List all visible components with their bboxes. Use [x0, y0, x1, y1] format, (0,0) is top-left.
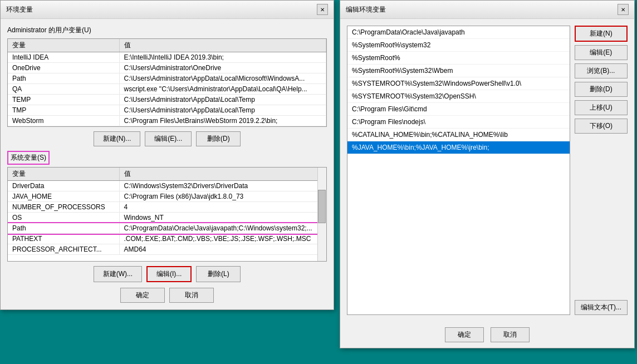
edit-new-btn[interactable]: 新建(N) [575, 26, 628, 42]
user-table-row[interactable]: OneDriveC:\Users\Administrator\OneDrive [8, 63, 326, 73]
edit-list-item[interactable]: %JAVA_HOME%\bin;%JAVA_HOME%\jre\bin; [347, 141, 570, 154]
user-table-row[interactable]: TMPC:\Users\Administrator\AppData\Local\… [8, 105, 326, 116]
system-vars-table: 变量 值 DriverDataC:\Windows\System32\Drive… [8, 168, 326, 255]
system-var-value: C:\ProgramData\Oracle\Java\javapath;C:\W… [119, 223, 326, 234]
system-table-row[interactable]: NUMBER_OF_PROCESSORS4 [8, 202, 326, 213]
system-var-name: DriverData [8, 181, 119, 191]
edit-list-item[interactable]: %CATALINA_HOME%\bin;%CATALINA_HOME%\lib [347, 129, 570, 141]
user-var-value: C:\Users\Administrator\AppData\Local\Mic… [119, 73, 326, 84]
system-table-row[interactable]: PathC:\ProgramData\Oracle\Java\javapath;… [8, 223, 326, 234]
edit-ok-btn[interactable]: 确定 [445, 327, 484, 342]
user-var-name: IntelliJ IDEA [8, 52, 119, 63]
user-var-value: wscript.exe "C:\Users\Administrator\AppD… [119, 84, 326, 95]
system-table-header-row: 变量 值 [8, 168, 326, 181]
edit-list-item[interactable]: %SystemRoot%\System32\Wbem [347, 65, 570, 77]
edit-list-item[interactable]: %SYSTEMROOT%\System32\OpenSSH\ [347, 90, 570, 103]
user-var-value: C:\Program Files\JetBrains\WebStorm 2019… [119, 116, 326, 126]
system-table-row[interactable]: OSWindows_NT [8, 213, 326, 223]
system-var-value: C:\Program Files (x86)\Java\jdk1.8.0_73 [119, 191, 326, 202]
system-table-row[interactable]: PROCESSOR_ARCHITECT...AMD64 [8, 244, 326, 255]
user-var-name: OneDrive [8, 63, 119, 73]
edit-list-item[interactable]: C:\Program Files\nodejs\ [347, 116, 570, 129]
system-table-row[interactable]: JAVA_HOMEC:\Program Files (x86)\Java\jdk… [8, 191, 326, 202]
edit-cancel-btn[interactable]: 取消 [491, 327, 530, 342]
edit-dialog-title-text: 编辑环境变量 [346, 5, 386, 14]
edit-text-btn[interactable]: 编辑文本(T)... [575, 300, 628, 315]
edit-up-btn[interactable]: 上移(U) [575, 100, 628, 115]
env-variables-dialog: 环境变量 ✕ Administrator 的用户变量(U) 变量 值 Intel… [0, 0, 334, 310]
system-var-value: Windows_NT [119, 213, 326, 223]
user-var-value: E:\IntelliJ\IntelliJ IDEA 2019.3\bin; [119, 52, 326, 63]
env-cancel-btn[interactable]: 取消 [169, 288, 214, 303]
system-btn-row: 新建(W)... 编辑(I)... 删除(L) [7, 266, 327, 282]
edit-path-list[interactable]: C:\ProgramData\Oracle\Java\javapath%Syst… [347, 26, 570, 315]
env-dialog-body: Administrator 的用户变量(U) 变量 值 IntelliJ IDE… [1, 19, 334, 309]
system-section-label-wrapper: 系统变量(S) [7, 151, 50, 165]
user-table-row[interactable]: WebStormC:\Program Files\JetBrains\WebSt… [8, 116, 326, 126]
edit-list-item[interactable]: C:\ProgramData\Oracle\Java\javapath [347, 26, 570, 39]
system-var-name: OS [8, 213, 119, 223]
system-new-btn[interactable]: 新建(W)... [94, 266, 142, 282]
user-var-name: QA [8, 84, 119, 95]
user-table-row[interactable]: IntelliJ IDEAE:\IntelliJ\IntelliJ IDEA 2… [8, 52, 326, 63]
system-var-name: NUMBER_OF_PROCESSORS [8, 202, 119, 213]
edit-dialog-close[interactable]: ✕ [618, 4, 629, 15]
edit-down-btn[interactable]: 下移(O) [575, 119, 628, 134]
user-table-row[interactable]: PathC:\Users\Administrator\AppData\Local… [8, 73, 326, 84]
env-dialog-close[interactable]: ✕ [317, 4, 328, 15]
user-edit-btn[interactable]: 编辑(E)... [145, 131, 192, 146]
system-delete-btn[interactable]: 删除(L) [196, 266, 241, 282]
system-col-var: 变量 [8, 168, 119, 181]
system-var-name: PROCESSOR_ARCHITECT... [8, 244, 119, 255]
user-col-var: 变量 [8, 39, 119, 52]
user-var-name: TMP [8, 105, 119, 116]
user-var-value: C:\Users\Administrator\AppData\Local\Tem… [119, 95, 326, 105]
env-ok-btn[interactable]: 确定 [120, 288, 165, 303]
system-table-row[interactable]: PATHEXT.COM;.EXE;.BAT;.CMD;.VBS;.VBE;.JS… [8, 234, 326, 244]
user-table-row[interactable]: TEMPC:\Users\Administrator\AppData\Local… [8, 95, 326, 105]
system-var-value: 4 [119, 202, 326, 213]
edit-action-btns: 新建(N) 编辑(E) 浏览(B)... 删除(D) 上移(U) 下移(O) 编… [575, 26, 628, 315]
system-var-name: PATHEXT [8, 234, 119, 244]
edit-list-item[interactable]: %SystemRoot% [347, 52, 570, 65]
system-vars-table-container: 变量 值 DriverDataC:\Windows\System32\Drive… [7, 167, 327, 262]
system-section-label: 系统变量(S) [11, 154, 46, 161]
system-scrollbar-thumb [318, 190, 326, 223]
system-col-val: 值 [119, 168, 326, 181]
system-scrollbar[interactable] [317, 168, 326, 261]
edit-list-item[interactable]: %SystemRoot%\system32 [347, 39, 570, 52]
system-var-value: AMD64 [119, 244, 326, 255]
edit-browse-btn[interactable]: 浏览(B)... [575, 63, 628, 78]
user-var-name: Path [8, 73, 119, 84]
system-table-row[interactable]: DriverDataC:\Windows\System32\Drivers\Dr… [8, 181, 326, 191]
edit-dialog-title: 编辑环境变量 ✕ [340, 1, 634, 19]
edit-list-item[interactable]: %SYSTEMROOT%\System32\WindowsPowerShell\… [347, 77, 570, 90]
user-table-header-row: 变量 值 [8, 39, 326, 52]
edit-bottom-btns: 确定 取消 [340, 322, 634, 348]
user-section-label: Administrator 的用户变量(U) [7, 26, 327, 35]
user-var-name: WebStorm [8, 116, 119, 126]
system-edit-btn[interactable]: 编辑(I)... [146, 266, 192, 282]
user-var-name: TEMP [8, 95, 119, 105]
system-var-value: C:\Windows\System32\Drivers\DriverData [119, 181, 326, 191]
system-var-name: Path [8, 223, 119, 234]
user-col-val: 值 [119, 39, 326, 52]
system-var-value: .COM;.EXE;.BAT;.CMD;.VBS;.VBE;.JS;.JSE;.… [119, 234, 326, 244]
edit-edit-btn[interactable]: 编辑(E) [575, 45, 628, 60]
user-var-value: C:\Users\Administrator\OneDrive [119, 63, 326, 73]
user-new-btn[interactable]: 新建(N)... [94, 131, 141, 146]
system-var-name: JAVA_HOME [8, 191, 119, 202]
user-var-value: C:\Users\Administrator\AppData\Local\Tem… [119, 105, 326, 116]
user-vars-table-container: 变量 值 IntelliJ IDEAE:\IntelliJ\IntelliJ I… [7, 38, 327, 127]
edit-dialog-body: C:\ProgramData\Oracle\Java\javapath%Syst… [340, 19, 634, 322]
user-vars-table: 变量 值 IntelliJ IDEAE:\IntelliJ\IntelliJ I… [8, 39, 326, 126]
edit-delete-btn[interactable]: 删除(D) [575, 82, 628, 97]
env-bottom-btns: 确定 取消 [7, 288, 327, 303]
edit-list-item[interactable]: C:\Program Files\Git\cmd [347, 103, 570, 116]
env-dialog-title-text: 环境变量 [6, 5, 33, 14]
edit-env-dialog: 编辑环境变量 ✕ C:\ProgramData\Oracle\Java\java… [340, 0, 635, 348]
user-btn-row: 新建(N)... 编辑(E)... 删除(D) [7, 131, 327, 146]
user-table-row[interactable]: QAwscript.exe "C:\Users\Administrator\Ap… [8, 84, 326, 95]
user-delete-btn[interactable]: 删除(D) [196, 131, 241, 146]
env-dialog-title: 环境变量 ✕ [1, 1, 334, 19]
